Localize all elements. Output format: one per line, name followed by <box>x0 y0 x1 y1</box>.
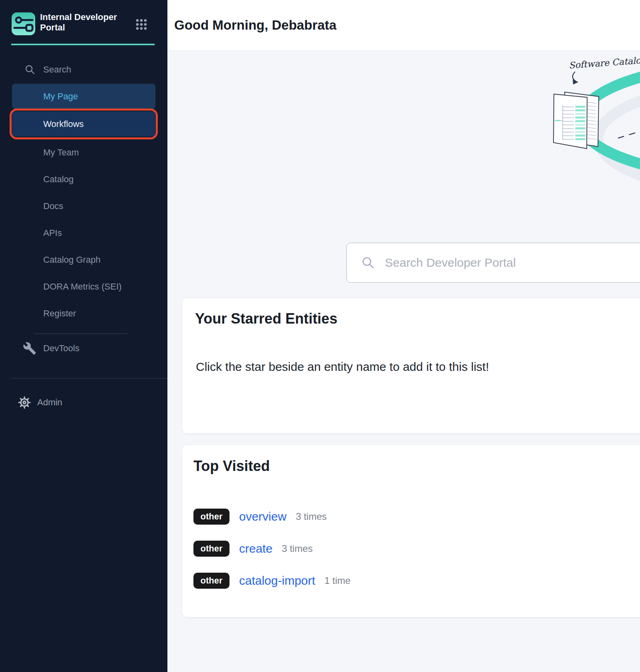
sidebar-item-my-page[interactable]: My Page <box>12 84 155 109</box>
sidebar-item-dora-metrics[interactable]: DORA Metrics (SEI) <box>0 273 167 300</box>
wrench-icon <box>23 342 36 355</box>
kind-badge: other <box>193 573 229 589</box>
sidebar-item-label: Register <box>43 308 76 319</box>
sidebar-item-label: My Team <box>43 147 79 158</box>
sidebar-item-catalog[interactable]: Catalog <box>0 166 167 193</box>
sidebar-item-label: Workflows <box>43 119 84 129</box>
sidebar-item-docs[interactable]: Docs <box>0 193 167 219</box>
sidebar-item-label: Catalog Graph <box>43 255 101 265</box>
visited-entity-link[interactable]: overview <box>239 510 286 523</box>
illustration-label: Software Catalog <box>569 55 640 70</box>
logo-row: Internal Developer Portal <box>0 0 167 44</box>
top-visited-row: other create 3 times <box>193 541 640 557</box>
sidebar-nav: Search My Page Workflows My Team Catalog… <box>0 56 167 414</box>
visited-entity-link[interactable]: create <box>239 542 272 555</box>
apps-grid-icon[interactable] <box>135 18 147 30</box>
sidebar-item-devtools[interactable]: DevTools <box>0 336 167 361</box>
kind-badge: other <box>193 541 229 557</box>
visit-count: 3 times <box>296 511 326 522</box>
top-visited-title: Top Visited <box>193 458 640 475</box>
sidebar-item-register[interactable]: Register <box>0 300 167 327</box>
sidebar-item-admin[interactable]: Admin <box>0 390 167 414</box>
top-visited-card: Top Visited other overview 3 times other… <box>182 445 640 617</box>
main-content: Good Morning, Debabrata <box>167 0 640 672</box>
sidebar-item-label: Search <box>43 64 71 75</box>
sidebar-item-catalog-graph[interactable]: Catalog Graph <box>0 246 167 273</box>
search-input[interactable] <box>385 256 640 270</box>
sidebar-accent-rule <box>11 44 155 45</box>
search-icon <box>25 64 35 75</box>
starred-entities-title: Your Starred Entities <box>195 310 640 327</box>
starred-empty-message: Click the star beside an entity name to … <box>196 360 640 374</box>
sidebar-item-label: APIs <box>43 228 62 238</box>
sidebar: Internal Developer Portal Search My Page… <box>0 0 167 672</box>
sidebar-item-label: DORA Metrics (SEI) <box>43 282 122 292</box>
app-title: Internal Developer Portal <box>40 12 122 33</box>
visited-entity-link[interactable]: catalog-import <box>239 574 315 587</box>
gear-icon <box>18 396 31 409</box>
top-visited-list: other overview 3 times other create 3 ti… <box>193 509 640 589</box>
sidebar-item-label: My Page <box>43 91 78 102</box>
sidebar-item-apis[interactable]: APIs <box>0 219 167 246</box>
top-visited-row: other overview 3 times <box>193 509 640 525</box>
sidebar-section-divider <box>11 378 167 378</box>
visit-count: 3 times <box>282 543 312 554</box>
top-visited-row: other catalog-import 1 time <box>193 573 640 589</box>
greeting-title: Good Morning, Debabrata <box>174 18 336 33</box>
sidebar-item-workflows-wrap: Workflows <box>12 111 155 137</box>
page-header: Good Morning, Debabrata <box>167 0 640 51</box>
sidebar-divider <box>34 334 127 334</box>
kind-badge: other <box>193 509 229 525</box>
portal-search-box[interactable] <box>346 243 640 283</box>
search-icon <box>362 256 374 269</box>
sidebar-item-label: Docs <box>43 201 63 211</box>
sidebar-item-my-team[interactable]: My Team <box>0 139 167 166</box>
starred-entities-card: Your Starred Entities Click the star bes… <box>182 298 640 433</box>
sidebar-item-label: Admin <box>37 397 62 408</box>
sidebar-item-label: DevTools <box>43 343 79 354</box>
app-logo-icon <box>12 12 35 35</box>
sidebar-item-label: Catalog <box>43 174 74 185</box>
visit-count: 1 time <box>324 575 350 586</box>
sidebar-item-workflows[interactable]: Workflows <box>12 111 155 137</box>
sidebar-item-search[interactable]: Search <box>0 56 167 83</box>
